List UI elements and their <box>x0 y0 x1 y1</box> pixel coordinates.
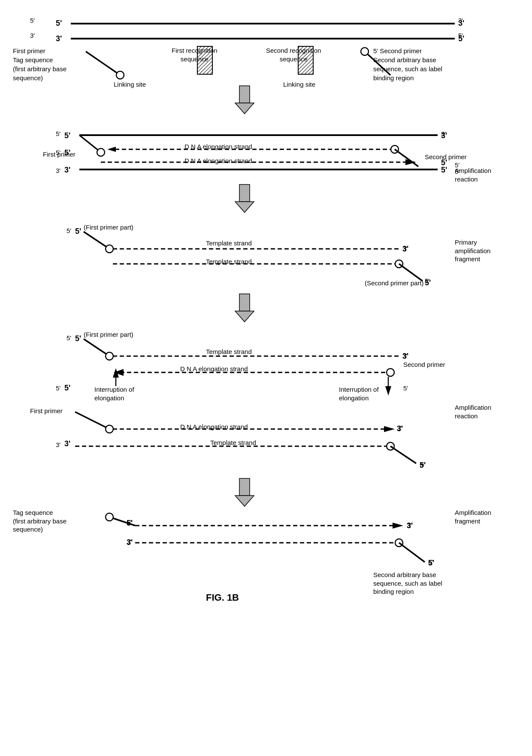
label-3prime-s6-tr: 3' <box>407 521 411 530</box>
label-5prime-s6-br: 5' <box>428 558 433 566</box>
svg-point-79 <box>106 513 113 521</box>
svg-text:3': 3' <box>64 439 70 448</box>
svg-text:5': 5' <box>75 334 81 343</box>
label-amplification-reaction-1: Amplificationreaction <box>455 166 491 183</box>
label-amplification-fragment: Amplificationfragment <box>455 508 491 525</box>
label-3prime-s4: 3' <box>402 245 407 253</box>
label-dna-elongation-top: D N A elongation strand <box>184 142 252 151</box>
label-template-strand-top-1: Template strand <box>206 239 252 248</box>
svg-marker-43 <box>235 311 254 322</box>
svg-point-51 <box>387 369 394 376</box>
svg-line-34 <box>84 232 109 249</box>
label-5prime-top-left: 5' <box>30 16 35 25</box>
svg-marker-14 <box>235 103 254 114</box>
label-amplification-reaction-2: Amplificationreaction <box>455 403 491 420</box>
svg-text:3': 3' <box>56 34 62 43</box>
figure-title: FIG. 1B <box>206 592 239 603</box>
label-first-primer-tag: First primerTag sequence(first arbitrary… <box>13 46 66 82</box>
label-3prime-s5-tr: 3' <box>402 352 407 360</box>
label-5prime-s6-tl: 5' <box>127 518 131 527</box>
label-5prime-s3-top: 5' <box>56 130 60 138</box>
label-5prime-s5-br: 5' <box>420 461 424 470</box>
label-second-recognition: Second recognitionsequence <box>266 46 321 63</box>
svg-text:5': 5' <box>441 166 447 174</box>
figure-svg: 5' 3' 3' 5' <box>0 0 532 756</box>
label-5prime-s5-ml: 5' <box>56 384 60 393</box>
svg-text:5': 5' <box>64 384 70 392</box>
label-template-strand-top-2: Template strand <box>206 348 252 356</box>
label-template-strand-bot-1: Template strand <box>206 257 252 266</box>
svg-point-46 <box>106 352 113 360</box>
label-3prime-s5-mr: 3' <box>397 424 402 432</box>
svg-marker-68 <box>235 496 254 506</box>
label-3prime-s5-bl: 3' <box>56 441 60 449</box>
svg-line-45 <box>84 339 109 356</box>
label-first-primer-s5: First primer <box>30 407 63 415</box>
label-second-arbitrary-bottom: Second arbitrary basesequence, such as l… <box>373 571 442 596</box>
label-5prime-s5-tl: 5' <box>66 334 71 342</box>
svg-text:5': 5' <box>75 227 81 236</box>
svg-rect-67 <box>239 478 250 496</box>
label-interruption-right: Interruption ofelongation <box>339 385 379 402</box>
svg-point-56 <box>106 425 113 433</box>
label-first-primer-part-1: (First primer part) <box>84 223 133 232</box>
svg-line-55 <box>75 412 109 429</box>
label-3prime-s3-top: 3' <box>441 130 446 138</box>
label-3prime-s3-bot: 3' <box>56 166 60 175</box>
label-5prime-s5-mr: 5' <box>403 384 408 393</box>
svg-point-19 <box>97 148 105 156</box>
label-3prime-bottom-left: 3' <box>30 31 35 40</box>
svg-point-12 <box>361 48 369 55</box>
svg-point-7 <box>116 71 124 79</box>
label-5prime-bottom-right: 5' <box>458 31 463 40</box>
label-dna-elongation-bottom: D N A elongation strand <box>184 157 252 165</box>
label-5prime-s4-br: 5' <box>425 277 429 285</box>
label-first-primer-s3: First primer <box>43 150 76 159</box>
svg-text:5': 5' <box>64 131 70 140</box>
svg-marker-58 <box>384 426 395 432</box>
svg-marker-71 <box>393 523 403 529</box>
svg-rect-31 <box>239 184 250 202</box>
svg-marker-32 <box>235 202 254 212</box>
svg-rect-42 <box>239 294 250 311</box>
label-second-primer-s3: Second primer <box>425 153 467 161</box>
label-second-primer-top: 5' Second primerSecond arbitrary baseseq… <box>373 46 442 82</box>
label-3prime-s6-bl: 3' <box>127 538 131 546</box>
label-second-primer-part: (Second primer part) <box>365 279 424 287</box>
label-3prime-top-right: 3' <box>458 16 463 25</box>
label-linking-site-left: Linking site <box>114 80 146 89</box>
svg-text:5': 5' <box>56 19 62 27</box>
label-tag-sequence: Tag sequence(first arbitrary basesequenc… <box>13 508 66 534</box>
label-dna-elongation-2b: D N A elongation strand <box>180 423 248 431</box>
svg-rect-13 <box>239 86 250 103</box>
svg-point-35 <box>106 245 113 253</box>
svg-text:3': 3' <box>64 166 70 174</box>
svg-line-65 <box>390 446 416 463</box>
svg-line-6 <box>86 51 120 75</box>
label-primary-amplification: Primaryamplificationfragment <box>455 238 490 263</box>
label-first-primer-part-2: (First primer part) <box>84 330 133 339</box>
svg-line-40 <box>399 264 423 281</box>
label-5prime-s4: 5' <box>66 227 71 235</box>
label-linking-site-right: Linking site <box>283 80 315 89</box>
figure-container: 5' 3' 3' 5' <box>0 0 532 756</box>
svg-marker-61 <box>385 386 391 396</box>
label-dna-elongation-2a: D N A elongation strand <box>180 365 248 373</box>
label-interruption-left: Interruption ofelongation <box>94 385 134 402</box>
label-first-recognition: First recognitionsequence <box>172 46 218 63</box>
svg-marker-20 <box>107 147 116 152</box>
label-second-primer-s5: Second primer <box>403 360 445 369</box>
label-template-strand-bot-2: Template strand <box>210 438 256 447</box>
svg-line-76 <box>399 543 425 562</box>
